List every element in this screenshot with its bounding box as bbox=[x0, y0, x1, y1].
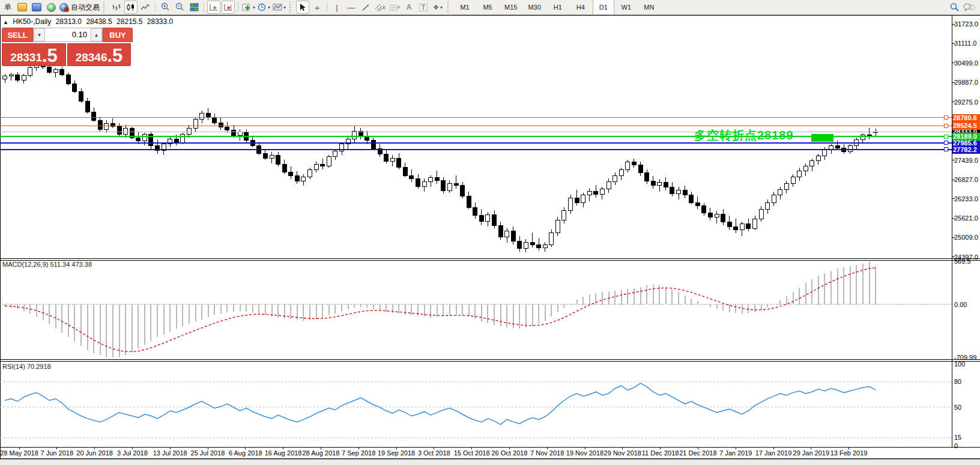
crosshair-button[interactable]: + bbox=[310, 1, 324, 14]
trendline-button[interactable] bbox=[359, 1, 372, 14]
candle bbox=[104, 123, 109, 130]
toolbar-grip bbox=[447, 2, 451, 13]
candle bbox=[791, 177, 795, 184]
candle bbox=[632, 162, 636, 165]
periods-button[interactable]: ▾ bbox=[257, 1, 271, 14]
candle bbox=[695, 203, 700, 206]
price-tick-label: 25009.0 bbox=[954, 234, 979, 242]
timeframe-d1[interactable]: D1 bbox=[593, 0, 614, 15]
timeframe-m1[interactable]: M1 bbox=[454, 0, 476, 15]
equidistant-channel-button[interactable]: E bbox=[374, 1, 387, 14]
volume-decrease-button[interactable]: ▼ bbox=[34, 28, 45, 41]
date-label: 29 Nov 2018 bbox=[604, 449, 641, 457]
rsi-scale-label: 80 bbox=[954, 378, 979, 386]
volume-input[interactable]: 0.10 bbox=[45, 28, 91, 41]
timeframe-h1[interactable]: H1 bbox=[547, 0, 569, 15]
timeframe-h4[interactable]: H4 bbox=[570, 0, 591, 15]
zoom-in-button[interactable] bbox=[159, 1, 172, 14]
templates-icon bbox=[273, 3, 282, 11]
text-label-button[interactable]: T bbox=[417, 1, 430, 14]
chart-shift-button[interactable] bbox=[222, 1, 235, 14]
cursor-button[interactable] bbox=[296, 1, 309, 14]
toolbar-right-group bbox=[948, 1, 976, 14]
sell-price[interactable]: 28331.5 bbox=[2, 43, 66, 66]
line-chart-button[interactable] bbox=[139, 1, 152, 14]
candle bbox=[117, 127, 121, 135]
candle bbox=[403, 168, 407, 175]
candle bbox=[371, 141, 375, 148]
timeframe-m15[interactable]: M15 bbox=[500, 0, 522, 15]
candlestick-chart-button[interactable] bbox=[124, 1, 138, 14]
mt4-window: 单 自动交易 bbox=[0, 0, 980, 465]
close-value: 28333.0 bbox=[147, 17, 173, 26]
buy-button[interactable]: BUY bbox=[103, 28, 133, 42]
macd-label: MACD(12,26,9) 511.34 473.38 bbox=[2, 261, 92, 268]
market-watch-button[interactable] bbox=[16, 1, 29, 14]
fibonacci-button[interactable]: F bbox=[388, 1, 401, 14]
open-value: 28313.0 bbox=[56, 17, 82, 26]
timeframe-m30[interactable]: M30 bbox=[523, 0, 545, 15]
indicators-icon bbox=[242, 3, 252, 11]
horizontal-line-button[interactable]: — bbox=[345, 1, 358, 14]
collapse-panel-icon[interactable]: ▲ bbox=[3, 19, 8, 25]
data-window-icon bbox=[32, 3, 41, 11]
candle bbox=[727, 222, 731, 226]
data-window-button[interactable] bbox=[30, 1, 43, 14]
candle bbox=[626, 162, 630, 169]
candle bbox=[3, 76, 7, 79]
candle bbox=[658, 182, 662, 185]
timeframe-m5[interactable]: M5 bbox=[477, 0, 498, 15]
candle bbox=[530, 242, 534, 245]
candle bbox=[651, 181, 655, 186]
auto-trading-button[interactable]: 自动交易 bbox=[59, 1, 100, 14]
rsi-scale-label: 0 bbox=[954, 442, 979, 450]
auto-scroll-button[interactable] bbox=[207, 1, 220, 14]
text-tool-button[interactable]: A bbox=[402, 1, 416, 14]
bar-chart-button[interactable] bbox=[110, 1, 123, 14]
candle bbox=[219, 123, 223, 127]
candle bbox=[606, 182, 611, 189]
pivot-annotation[interactable]: 多空转折点28189 bbox=[694, 127, 794, 144]
zoom-out-button[interactable] bbox=[173, 1, 186, 14]
candle bbox=[759, 209, 763, 219]
candle bbox=[206, 113, 210, 117]
toolbar-grip bbox=[103, 2, 107, 13]
chart-canvas[interactable] bbox=[0, 15, 980, 465]
candle bbox=[213, 118, 217, 123]
channel-sub-label: E bbox=[383, 5, 386, 10]
search-icon bbox=[949, 2, 960, 12]
crosshair-icon: + bbox=[315, 2, 320, 13]
signals-button[interactable] bbox=[44, 1, 58, 14]
candle bbox=[734, 226, 738, 229]
candle bbox=[708, 213, 712, 217]
buy-price[interactable]: 28346.5 bbox=[67, 43, 131, 66]
timeframe-mn[interactable]: MN bbox=[638, 0, 660, 15]
new-order-button[interactable]: 单 bbox=[1, 1, 14, 14]
high-value: 28438.5 bbox=[86, 17, 112, 26]
candle bbox=[225, 127, 229, 130]
date-label: 20 Jun 2018 bbox=[76, 449, 113, 457]
symbol-search-button[interactable] bbox=[948, 1, 961, 14]
candle bbox=[327, 157, 331, 166]
date-label: 7 Sep 2018 bbox=[342, 449, 375, 457]
date-label: 25 Jul 2018 bbox=[191, 449, 225, 457]
arrows-button[interactable]: ❖▾ bbox=[431, 1, 444, 14]
toolbar-separator bbox=[204, 2, 204, 12]
candle bbox=[321, 164, 325, 166]
price-tick-label: 31723.0 bbox=[954, 20, 979, 28]
templates-button[interactable]: ▾ bbox=[272, 1, 286, 14]
volume-increase-button[interactable]: ▲ bbox=[91, 28, 102, 41]
candle bbox=[670, 187, 674, 194]
chat-button[interactable] bbox=[963, 1, 976, 14]
indicators-button[interactable]: ▾ bbox=[241, 1, 256, 14]
candle bbox=[314, 164, 318, 169]
candle bbox=[289, 172, 293, 176]
candle bbox=[842, 148, 846, 152]
date-label: 28 May 2018 bbox=[0, 449, 38, 457]
vertical-line-button[interactable]: | bbox=[330, 1, 343, 14]
sell-button[interactable]: SELL bbox=[2, 28, 33, 42]
signals-icon bbox=[47, 3, 56, 12]
timeframe-w1[interactable]: W1 bbox=[616, 0, 637, 15]
date-label: 15 Oct 2018 bbox=[454, 449, 490, 457]
tile-windows-button[interactable] bbox=[187, 1, 201, 14]
